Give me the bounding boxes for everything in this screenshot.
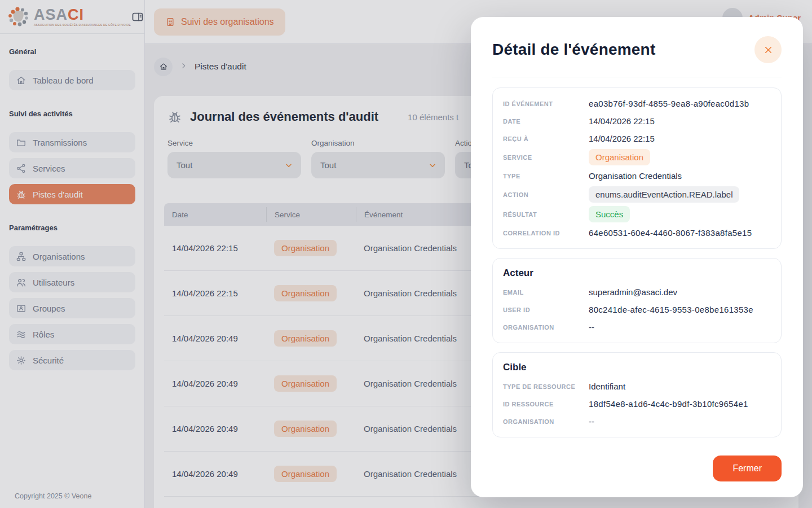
modal-header: Détail de l'événement	[492, 17, 782, 77]
detail-label: SERVICE	[503, 154, 589, 161]
detail-value: superadmin@asaci.dev	[589, 287, 771, 297]
detail-value: --	[589, 322, 771, 332]
detail-row: EMAIL superadmin@asaci.dev	[503, 283, 771, 301]
detail-label: REÇU À	[503, 135, 589, 142]
target-section: Cible TYPE DE RESSOURCE Identifiant ID R…	[492, 352, 782, 437]
detail-label: ACTION	[503, 191, 589, 198]
actor-section: Acteur EMAIL superadmin@asaci.dev USER I…	[492, 258, 782, 343]
detail-label: ID RESSOURCE	[503, 401, 589, 408]
detail-row: ACTION enums.auditEventAction.READ.label	[503, 185, 771, 204]
detail-label: DATE	[503, 118, 589, 125]
modal-title: Détail de l'événement	[492, 41, 655, 59]
event-detail-section: ID ÉVÉNEMENT ea03b76f-93df-4855-9ea8-a90…	[492, 87, 782, 249]
detail-label: ID ÉVÉNEMENT	[503, 100, 589, 107]
detail-value: 64e60531-60e4-4460-8067-f383a8fa5e15	[589, 228, 771, 238]
detail-row: ORGANISATION --	[503, 318, 771, 336]
detail-row: RÉSULTAT Succès	[503, 204, 771, 224]
detail-label: CORRELATION ID	[503, 230, 589, 237]
target-section-title: Cible	[503, 362, 771, 373]
fermer-button[interactable]: Fermer	[713, 456, 782, 481]
detail-value: 18df54e8-a1d6-4c4c-b9df-3b10fc9654e1	[589, 399, 771, 409]
service-badge: Organisation	[589, 149, 650, 165]
detail-value: 14/04/2026 22:15	[589, 134, 771, 143]
detail-value: Succès	[589, 204, 771, 224]
detail-row: TYPE DE RESSOURCE Identifiant	[503, 378, 771, 395]
actor-section-title: Acteur	[503, 268, 771, 279]
detail-label: EMAIL	[503, 289, 589, 296]
close-button[interactable]	[754, 36, 782, 63]
detail-row: SERVICE Organisation	[503, 147, 771, 167]
detail-value: --	[589, 417, 771, 426]
detail-value: 14/04/2026 22:15	[589, 116, 771, 126]
modal-footer: Fermer	[492, 456, 782, 497]
event-detail-modal: Détail de l'événement ID ÉVÉNEMENT ea03b…	[471, 17, 803, 497]
detail-label: USER ID	[503, 306, 589, 313]
detail-row: USER ID 80c241de-afec-4615-9553-0e8be161…	[503, 301, 771, 318]
modal-body: ID ÉVÉNEMENT ea03b76f-93df-4855-9ea8-a90…	[492, 77, 782, 437]
detail-value: ea03b76f-93df-4855-9ea8-a90feac0d13b	[589, 99, 771, 108]
detail-value: 80c241de-afec-4615-9553-0e8be161353e	[589, 305, 771, 314]
detail-row: CORRELATION ID 64e60531-60e4-4460-8067-f…	[503, 224, 771, 242]
detail-row: ID RESSOURCE 18df54e8-a1d6-4c4c-b9df-3b1…	[503, 395, 771, 413]
action-badge: enums.auditEventAction.READ.label	[589, 186, 739, 203]
detail-label: TYPE	[503, 173, 589, 179]
detail-label: ORGANISATION	[503, 324, 589, 331]
detail-label: TYPE DE RESSOURCE	[503, 383, 589, 390]
detail-value: enums.auditEventAction.READ.label	[589, 185, 771, 204]
result-badge: Succès	[589, 206, 630, 222]
detail-value: Identifiant	[589, 382, 771, 391]
detail-row: TYPE Organisation Credentials	[503, 167, 771, 185]
detail-label: ORGANISATION	[503, 418, 589, 425]
detail-row: REÇU À 14/04/2026 22:15	[503, 130, 771, 147]
detail-value: Organisation	[589, 147, 771, 167]
detail-row: ID ÉVÉNEMENT ea03b76f-93df-4855-9ea8-a90…	[503, 95, 771, 112]
detail-value: Organisation Credentials	[589, 171, 771, 181]
detail-label: RÉSULTAT	[503, 211, 589, 218]
detail-row: ORGANISATION --	[503, 413, 771, 430]
detail-row: DATE 14/04/2026 22:15	[503, 112, 771, 130]
close-icon	[763, 45, 774, 55]
